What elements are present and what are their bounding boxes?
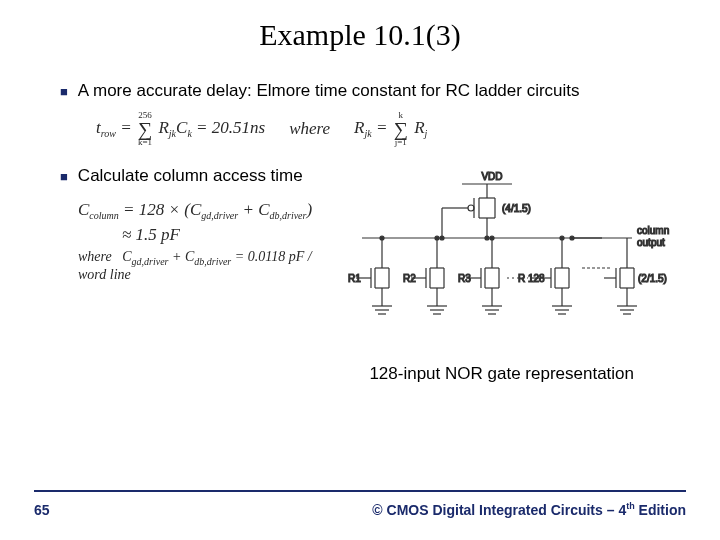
pmos-size: (4/1.5) (502, 203, 531, 214)
svg-point-41 (435, 236, 439, 240)
r1-label: R1 (348, 273, 361, 284)
svg-point-65 (560, 236, 564, 240)
svg-text:output: output (637, 237, 665, 248)
svg-point-15 (570, 236, 574, 240)
r2-label: R2 (403, 273, 416, 284)
footer: 65 © CMOS Digital Integrated Circuits – … (0, 501, 720, 518)
vdd-label: VDD (481, 171, 502, 182)
svg-point-29 (380, 236, 384, 240)
svg-point-53 (490, 236, 494, 240)
bullet-1: ■ A more accurate delay: Elmore time con… (60, 80, 672, 103)
formula-where: where Cgd,driver + Cdb,driver = 0.0118 p… (78, 249, 332, 283)
formula-elmore: trow = 256 ∑ k=1 RjkCk = 20.51ns where R… (96, 111, 672, 147)
copyright: © CMOS Digital Integrated Circuits – 4th… (372, 501, 686, 518)
bullet-marker-icon: ■ (60, 169, 68, 184)
bullet-2-text: Calculate column access time (78, 165, 303, 188)
footer-divider (34, 490, 686, 492)
page-number: 65 (34, 502, 50, 518)
r3-label: R3 (458, 273, 471, 284)
nmos-size: (2/1.5) (638, 273, 667, 284)
circuit-diagram: VDD (4/1.5) (342, 168, 672, 368)
svg-point-13 (440, 236, 444, 240)
svg-point-7 (468, 205, 474, 211)
output-label: column (637, 225, 669, 236)
formula-ccolumn: Ccolumn = 128 × (Cgd,driver + Cdb,driver… (78, 200, 332, 245)
bullet-marker-icon: ■ (60, 84, 68, 99)
bullet-1-text: A more accurate delay: Elmore time const… (78, 80, 580, 103)
svg-point-12 (485, 236, 489, 240)
content-area: ■ A more accurate delay: Elmore time con… (0, 52, 720, 384)
slide-title: Example 10.1(3) (0, 18, 720, 52)
